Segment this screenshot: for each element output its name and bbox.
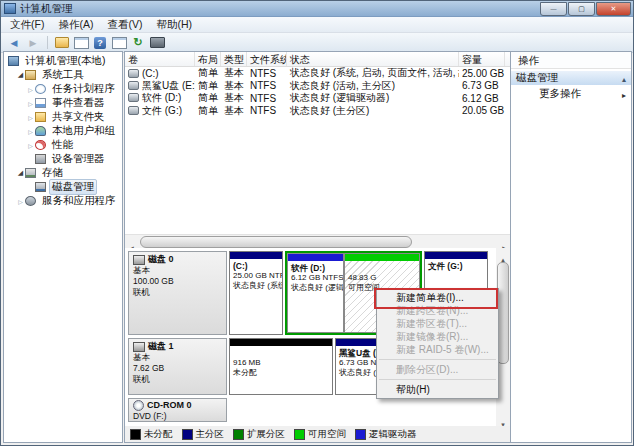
disk-type: 基本: [133, 352, 222, 363]
folder-icon[interactable]: [55, 37, 69, 48]
disk-icon[interactable]: [150, 37, 165, 48]
more-actions-item[interactable]: 更多操作: [511, 85, 631, 102]
menu-item[interactable]: 文件(F): [3, 18, 51, 32]
context-menu-item[interactable]: 新建简单卷(I)...: [377, 291, 498, 304]
partition-color-bar: [230, 339, 332, 346]
volume-row[interactable]: (C:) 简单 基本 NTFS 状态良好 (系统, 启动, 页面文件, 活动, …: [125, 67, 511, 80]
disk-0-header[interactable]: 磁盘 0 基本 100.00 GB 联机: [128, 251, 227, 335]
context-menu-item[interactable]: 新建镜像卷(R)...: [377, 330, 498, 343]
tree-item[interactable]: 服务和应用程序: [4, 194, 122, 208]
partition-status: 状态良好 (逻辑: [291, 283, 340, 293]
cdrom-header[interactable]: CD-ROM 0 DVD (F:): [128, 398, 227, 422]
expander-icon[interactable]: [16, 169, 25, 177]
submenu-arrow-icon: [622, 88, 626, 100]
volume-status: 状态良好 (主分区): [287, 104, 459, 118]
help-icon[interactable]: [94, 37, 106, 49]
partition-color-bar: [345, 254, 419, 261]
cdrom-name: CD-ROM 0: [147, 400, 192, 411]
legend-bar: 未分配 主分区 扩展分区 可用空间 逻辑驱动器: [125, 426, 511, 442]
volume-name: (C:): [142, 68, 159, 79]
unallocated-size: 916 MB: [233, 358, 329, 368]
scrollbar-thumb[interactable]: [140, 236, 412, 248]
column-header-type[interactable]: 类型: [221, 52, 247, 66]
legend-swatch: [355, 429, 366, 440]
menu-item[interactable]: 帮助(H): [149, 18, 199, 32]
expander-icon[interactable]: [26, 128, 35, 135]
refresh-icon[interactable]: [130, 35, 146, 50]
volume-row[interactable]: 文件 (G:) 简单 基本 NTFS 状态良好 (主分区) 20.05 GB: [125, 105, 511, 118]
tree-item[interactable]: 性能: [4, 138, 122, 152]
tree-item[interactable]: 任务计划程序: [4, 82, 122, 96]
tree-item[interactable]: 本地用户和组: [4, 124, 122, 138]
tree-item[interactable]: 磁盘管理: [4, 180, 122, 194]
forward-icon[interactable]: [25, 35, 41, 50]
menu-item[interactable]: 查看(V): [100, 18, 149, 32]
scroll-down-icon[interactable]: [496, 413, 510, 426]
context-menu-item[interactable]: 新建 RAID-5 卷(W)...: [377, 343, 498, 356]
expander-icon[interactable]: [26, 142, 35, 149]
window-icon[interactable]: [112, 37, 127, 49]
console-window-icon[interactable]: [74, 37, 89, 49]
expander-icon[interactable]: [16, 198, 25, 205]
volume-row[interactable]: 软件 (D:) 简单 基本 NTFS 状态良好 (逻辑驱动器) 6.12 GB: [125, 92, 511, 105]
expander-icon[interactable]: [26, 86, 35, 93]
context-menu-item[interactable]: 新建跨区卷(N)...: [377, 304, 498, 317]
legend-item: 扩展分区: [233, 428, 285, 441]
column-header-layout[interactable]: 布局: [195, 52, 221, 66]
tree-item-icon: [35, 182, 46, 192]
actions-section-disk-management[interactable]: 磁盘管理: [511, 71, 631, 85]
horizontal-scrollbar[interactable]: [125, 234, 511, 249]
scroll-right-icon[interactable]: [497, 236, 511, 249]
scroll-left-icon[interactable]: [125, 236, 139, 249]
tree-item[interactable]: 存储: [4, 166, 122, 180]
tree-item[interactable]: 计算机管理(本地): [4, 54, 122, 68]
volume-capacity: 6.12 GB: [459, 93, 505, 104]
context-menu-item[interactable]: 删除分区(D)...: [377, 363, 498, 376]
column-header-capacity[interactable]: 容量: [459, 52, 505, 66]
volume-fs: NTFS: [247, 93, 287, 104]
volume-row[interactable]: 黑鲨U盘 (E:) 简单 基本 NTFS 状态良好 (活动, 主分区) 6.73…: [125, 80, 511, 93]
minimize-button[interactable]: [540, 2, 567, 16]
partition-d[interactable]: 软件 (D:) 6.12 GB NTFS 状态良好 (逻辑: [287, 253, 344, 333]
context-menu-item[interactable]: 帮助(H): [377, 383, 498, 396]
disk-status: 联机: [133, 287, 222, 298]
back-icon[interactable]: [6, 35, 22, 50]
partition-size: 25.00 GB NTFS: [233, 271, 279, 281]
volume-capacity: 25.00 GB: [459, 68, 505, 79]
column-header-volume[interactable]: 卷: [125, 52, 195, 66]
title-bar[interactable]: 计算机管理: [1, 1, 633, 17]
tree-item[interactable]: 事件查看器: [4, 96, 122, 110]
expander-icon[interactable]: [26, 100, 35, 107]
disk-1-header[interactable]: 磁盘 1 基本 7.62 GB 联机: [128, 338, 227, 395]
tree-item[interactable]: 共享文件夹: [4, 110, 122, 124]
more-actions-label: 更多操作: [539, 87, 581, 101]
disk-icon: [133, 255, 145, 265]
tree-item-icon: [35, 154, 46, 164]
legend-swatch: [182, 429, 193, 440]
maximize-button[interactable]: [568, 2, 595, 16]
expander-icon[interactable]: [16, 71, 25, 79]
expander-icon[interactable]: [26, 114, 35, 121]
actions-panel: 操作 磁盘管理 更多操作: [510, 51, 632, 443]
unallocated-region[interactable]: 916 MB 未分配: [229, 338, 333, 395]
legend-item: 可用空间: [294, 428, 346, 441]
legend-item: 主分区: [182, 428, 225, 441]
computer-management-window: 计算机管理 文件(F)操作(A)查看(V)帮助(H) 计算机管理(本地): [0, 0, 634, 446]
column-header-fs[interactable]: 文件系统: [247, 52, 287, 66]
volume-icon: [128, 81, 139, 90]
disk-name: 磁盘 1: [148, 341, 174, 352]
partition-c[interactable]: (C:) 25.00 GB NTFS 状态良好 (系统, 启: [229, 251, 283, 335]
close-button[interactable]: [596, 2, 631, 16]
toolbar-separator: [47, 36, 48, 49]
partition-size: 6.12 GB NTFS: [291, 273, 340, 283]
tree-item[interactable]: 设备管理器: [4, 152, 122, 166]
app-icon: [4, 3, 16, 14]
toolbar: [1, 33, 633, 53]
column-header-status[interactable]: 状态: [287, 52, 459, 66]
tree-item[interactable]: 系统工具: [4, 68, 122, 82]
collapse-icon[interactable]: [622, 72, 626, 84]
menu-item[interactable]: 操作(A): [51, 18, 100, 32]
scroll-up-icon[interactable]: [496, 248, 510, 261]
window-controls: [539, 2, 631, 16]
context-menu-item[interactable]: 新建带区卷(T)...: [377, 317, 498, 330]
